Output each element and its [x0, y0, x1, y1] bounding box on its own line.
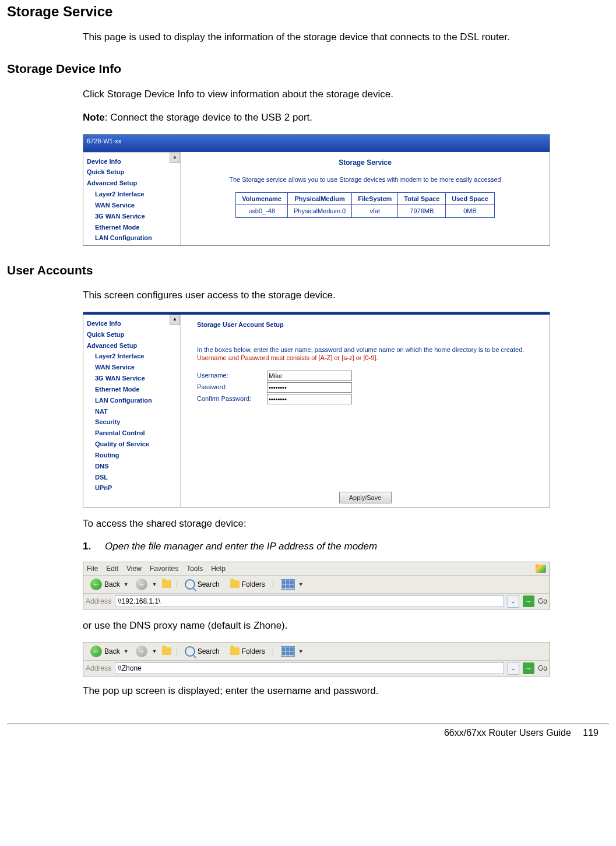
- note-paragraph: Note: Connect the storage device to the …: [83, 111, 603, 125]
- address-input-2[interactable]: [115, 662, 504, 674]
- back-button[interactable]: ← Back ▼: [87, 644, 132, 658]
- chevron-down-icon: ▼: [298, 581, 304, 588]
- note-text: : Connect the storage device to the USB …: [105, 112, 312, 123]
- panel2-title: Storage User Account Setup: [197, 320, 536, 329]
- folders-button[interactable]: Folders: [227, 579, 269, 590]
- nav-device-info[interactable]: Device Info: [87, 156, 180, 167]
- nav2-dns[interactable]: DNS: [95, 461, 180, 472]
- nav2-wan[interactable]: WAN Service: [95, 362, 180, 373]
- panel-heading: Storage Service: [186, 158, 544, 167]
- sidebar-nav: ▲ Device Info Quick Setup Advanced Setup…: [83, 152, 181, 245]
- folder-icon: [230, 647, 240, 655]
- folders-button[interactable]: Folders: [227, 646, 269, 657]
- address-input[interactable]: [115, 595, 504, 607]
- go-label: Go: [538, 664, 547, 673]
- input-password[interactable]: [267, 382, 352, 393]
- heading-storage-device-info: Storage Device Info: [7, 61, 609, 77]
- nav2-upnp[interactable]: UPnP: [95, 482, 180, 493]
- menu-file[interactable]: File: [87, 564, 98, 573]
- th-filesystem: FileSystem: [352, 192, 398, 205]
- chevron-down-icon[interactable]: ▼: [152, 581, 157, 588]
- address-dropdown-button[interactable]: ⌄: [508, 595, 519, 608]
- go-button[interactable]: →: [523, 595, 534, 607]
- search-button[interactable]: Search: [181, 578, 223, 591]
- th-volumename: Volumename: [236, 192, 288, 205]
- th-totalspace: Total Space: [398, 192, 446, 205]
- nav-wan-service[interactable]: WAN Service: [95, 200, 180, 211]
- nav2-dsl[interactable]: DSL: [95, 472, 180, 483]
- nav2-security[interactable]: Security: [95, 417, 180, 428]
- nav-quick-setup[interactable]: Quick Setup: [87, 167, 180, 178]
- up-folder-button[interactable]: [161, 646, 173, 657]
- td-filesystem: vfat: [352, 205, 398, 218]
- views-button[interactable]: ▼: [277, 578, 307, 591]
- chevron-down-icon[interactable]: ▼: [152, 648, 157, 655]
- th-physicalmedium: PhysicalMedium: [287, 192, 351, 205]
- explorer-window-2: ← Back ▼ → ▼ | Search Folders |: [83, 642, 550, 676]
- menu-help[interactable]: Help: [211, 564, 226, 573]
- nav-ethernet-mode[interactable]: Ethernet Mode: [95, 222, 180, 233]
- address-label: Address: [86, 597, 111, 606]
- search-icon: [185, 579, 195, 590]
- td-usedspace: 0MB: [446, 205, 494, 218]
- nav-layer2[interactable]: Layer2 Interface: [95, 189, 180, 200]
- access-paragraph: To access the shared storage device:: [83, 517, 603, 531]
- forward-button[interactable]: →: [136, 646, 147, 657]
- sidebar-nav-2: ▲ Device Info Quick Setup Advanced Setup…: [83, 315, 181, 507]
- apply-save-button[interactable]: Apply/Save: [339, 492, 392, 503]
- td-volumename: usb0_-48: [236, 205, 288, 218]
- nav2-3g[interactable]: 3G WAN Service: [95, 373, 180, 384]
- explorer-toolbar: ← Back ▼ → ▼ | Search Folders |: [83, 575, 550, 593]
- views-button[interactable]: ▼: [277, 645, 307, 658]
- folder-up-icon: [162, 580, 171, 588]
- nav2-advanced-setup[interactable]: Advanced Setup: [87, 340, 180, 351]
- menu-favorites[interactable]: Favorites: [150, 564, 178, 573]
- label-confirm-password: Confirm Password:: [197, 394, 267, 403]
- address-dropdown-button[interactable]: ⌄: [508, 662, 519, 675]
- nav-advanced-setup[interactable]: Advanced Setup: [87, 178, 180, 189]
- windows-flag-icon: [536, 565, 546, 573]
- nav2-ethernet[interactable]: Ethernet Mode: [95, 384, 180, 395]
- scroll-up-icon[interactable]: ▲: [170, 315, 180, 325]
- nav2-nat[interactable]: NAT: [95, 406, 180, 417]
- menu-edit[interactable]: Edit: [106, 564, 118, 573]
- th-usedspace: Used Space: [446, 192, 494, 205]
- folders-label: Folders: [242, 580, 265, 589]
- panel-description: The Storage service allows you to use St…: [186, 175, 544, 184]
- forward-button[interactable]: →: [136, 579, 147, 590]
- scroll-up-icon[interactable]: ▲: [170, 153, 180, 163]
- explorer-window-1: File Edit View Favorites Tools Help ← Ba…: [83, 562, 550, 609]
- input-confirm-password[interactable]: [267, 394, 352, 404]
- search-icon: [185, 646, 195, 657]
- user-paragraph: This screen configures user access to th…: [83, 289, 603, 302]
- menu-tools[interactable]: Tools: [186, 564, 203, 573]
- folders-label: Folders: [242, 647, 265, 656]
- go-button[interactable]: →: [523, 662, 534, 674]
- nav2-device-info[interactable]: Device Info: [87, 318, 180, 329]
- or-paragraph: or use the DNS proxy name (default is Zh…: [83, 619, 603, 633]
- input-username[interactable]: [267, 371, 352, 381]
- chevron-down-icon: ▼: [298, 648, 304, 655]
- search-label: Search: [198, 647, 220, 656]
- up-folder-button[interactable]: [161, 579, 173, 590]
- nav-3g-wan[interactable]: 3G WAN Service: [95, 211, 180, 222]
- step-1: 1. Open the file manager and enter the I…: [83, 540, 603, 554]
- window-titlebar: 6728-W1-xx: [83, 135, 550, 152]
- nav-lan-config[interactable]: LAN Configuration: [95, 232, 180, 244]
- nav2-parental[interactable]: Parental Control: [95, 428, 180, 439]
- nav2-lan[interactable]: LAN Configuration: [95, 395, 180, 406]
- footer-page-number: 119: [583, 728, 599, 738]
- nav2-layer2[interactable]: Layer2 Interface: [95, 351, 180, 362]
- td-totalspace: 7976MB: [398, 205, 446, 218]
- nav2-qos[interactable]: Quality of Service: [95, 439, 180, 450]
- nav2-quick-setup[interactable]: Quick Setup: [87, 329, 180, 340]
- back-label: Back: [104, 647, 120, 656]
- menu-view[interactable]: View: [126, 564, 142, 573]
- nav2-routing[interactable]: Routing: [95, 450, 180, 461]
- note-label: Note: [83, 112, 105, 123]
- back-button[interactable]: ← Back ▼: [87, 577, 132, 591]
- search-button[interactable]: Search: [181, 645, 223, 658]
- panel2-warning: Username and Password must consists of […: [197, 354, 536, 362]
- panel2-intro: In the boxes below, enter the user name,…: [197, 346, 536, 354]
- popup-paragraph: The pop up screen is displayed; enter th…: [83, 685, 603, 698]
